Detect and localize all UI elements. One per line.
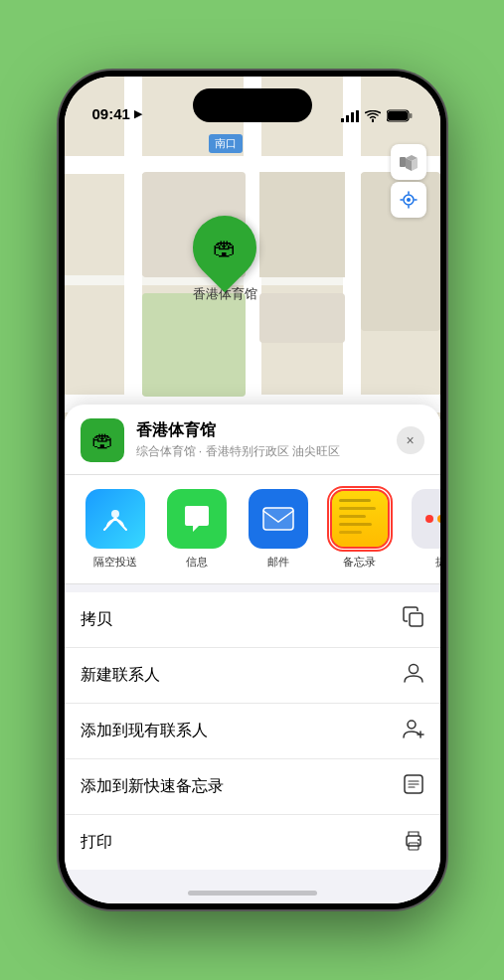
svg-rect-0: [341, 118, 344, 122]
svg-rect-6: [410, 113, 413, 118]
svg-rect-13: [410, 613, 422, 626]
location-pin: 🏟 香港体育馆: [193, 216, 257, 303]
signal-icon: [341, 110, 359, 122]
close-button[interactable]: ×: [397, 426, 424, 454]
action-add-contact[interactable]: 添加到现有联系人: [65, 704, 440, 759]
venue-subtitle: 综合体育馆 · 香港特别行政区 油尖旺区: [136, 443, 385, 460]
location-icon: ▶: [134, 107, 142, 120]
venue-name: 香港体育馆: [136, 420, 385, 441]
phone-frame: 09:41 ▶: [59, 71, 446, 909]
person-icon: [403, 662, 424, 689]
mail-label: 邮件: [267, 555, 289, 570]
mail-icon: [249, 489, 308, 549]
location-button[interactable]: [391, 182, 426, 218]
person-add-icon: [403, 718, 424, 744]
svg-rect-2: [351, 112, 354, 122]
share-item-airdrop[interactable]: 隔空投送: [81, 489, 150, 570]
airdrop-icon: [85, 489, 145, 549]
airdrop-label: 隔空投送: [93, 555, 137, 570]
action-copy[interactable]: 拷贝: [65, 592, 440, 648]
print-icon: [403, 829, 424, 856]
wifi-icon: [365, 110, 381, 122]
pin-inner: 🏟: [213, 234, 237, 261]
action-print[interactable]: 打印: [65, 815, 440, 870]
battery-icon: [387, 109, 413, 122]
svg-rect-5: [388, 111, 408, 120]
svg-point-15: [408, 721, 416, 729]
more-dots: [425, 515, 440, 523]
map-label: 南口: [209, 134, 243, 153]
dot-red: [425, 515, 433, 523]
action-list: 拷贝 新建联系人: [65, 592, 440, 870]
map-type-button[interactable]: [391, 144, 426, 180]
pin-circle: 🏟: [180, 203, 270, 293]
action-quick-note[interactable]: 添加到新快速备忘录: [65, 759, 440, 815]
svg-rect-7: [400, 157, 406, 167]
venue-info: 香港体育馆 综合体育馆 · 香港特别行政区 油尖旺区: [136, 420, 385, 460]
note-icon: [403, 773, 424, 800]
svg-rect-11: [263, 508, 293, 530]
home-indicator: [188, 891, 317, 896]
share-item-notes[interactable]: 备忘录: [325, 489, 395, 570]
more-icon: [412, 489, 440, 549]
dynamic-island: [193, 88, 312, 122]
status-icons: [341, 109, 413, 122]
map-controls: [391, 144, 426, 218]
svg-point-22: [418, 839, 420, 841]
more-label: 提: [435, 555, 440, 570]
action-new-contact[interactable]: 新建联系人: [65, 648, 440, 704]
share-item-more[interactable]: 提: [407, 489, 440, 570]
svg-point-10: [111, 510, 119, 518]
svg-point-9: [407, 198, 411, 202]
share-row: 隔空投送 信息: [65, 475, 440, 584]
phone-screen: 09:41 ▶: [65, 77, 440, 903]
messages-icon: [167, 489, 227, 549]
messages-label: 信息: [186, 555, 208, 570]
sheet-header: 🏟 香港体育馆 综合体育馆 · 香港特别行政区 油尖旺区 ×: [65, 405, 440, 475]
svg-rect-3: [356, 110, 359, 122]
bottom-sheet: 🏟 香港体育馆 综合体育馆 · 香港特别行政区 油尖旺区 ×: [65, 405, 440, 903]
notes-icon: [330, 489, 390, 549]
notes-label: 备忘录: [343, 555, 376, 570]
share-item-messages[interactable]: 信息: [162, 489, 232, 570]
venue-icon: 🏟: [81, 418, 124, 462]
status-time: 09:41: [92, 105, 130, 122]
share-item-mail[interactable]: 邮件: [244, 489, 313, 570]
svg-point-14: [409, 665, 418, 674]
copy-icon: [403, 606, 424, 633]
dot-orange: [437, 515, 440, 523]
svg-rect-1: [346, 115, 349, 122]
